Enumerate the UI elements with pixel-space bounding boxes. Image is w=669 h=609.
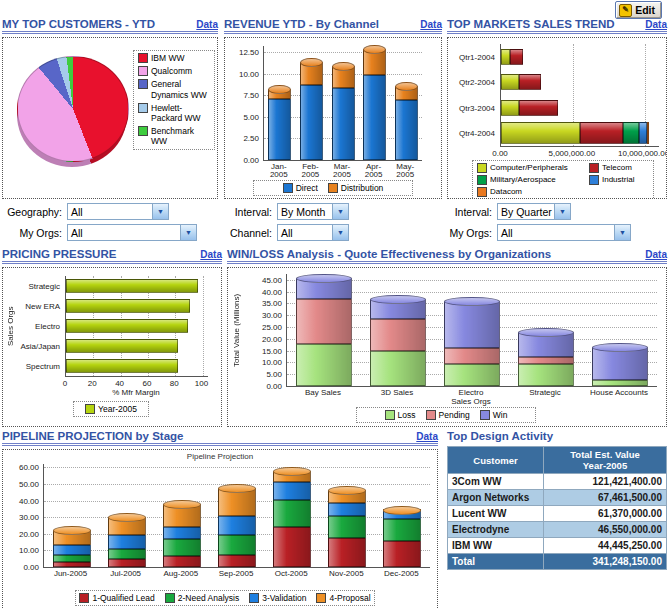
bar-segment xyxy=(296,299,352,344)
legend-item: 2-Need Analysis xyxy=(165,593,239,603)
my-orgs-select[interactable]: All▼ xyxy=(67,224,197,241)
bar xyxy=(383,464,421,567)
data-link-revenue[interactable]: Data xyxy=(420,19,442,30)
legend-label: 2-Need Analysis xyxy=(178,593,239,603)
panel-title: TOP MARKETS SALES TREND xyxy=(447,18,615,30)
bar-segment xyxy=(592,347,648,380)
top-customers-chart: IBM WWQualcommGeneral Dynamics WWHewlett… xyxy=(2,37,218,199)
bar xyxy=(328,464,366,567)
legend-item: Distribution xyxy=(328,183,384,193)
bar-segment xyxy=(66,339,178,353)
data-link-winloss[interactable]: Data xyxy=(645,249,667,260)
category-label: Strategic xyxy=(3,282,60,291)
bar-segment xyxy=(53,545,91,555)
legend-swatch-icon xyxy=(138,53,148,63)
bar-segment xyxy=(66,299,190,313)
bar-segment xyxy=(273,527,311,567)
panel-title: MY TOP CUSTOMERS - YTD xyxy=(2,18,155,30)
bar-segment xyxy=(501,122,580,144)
total-value-cell: 341,248,150.00 xyxy=(544,554,667,570)
bar-segment xyxy=(328,538,366,567)
legend-label: Direct xyxy=(296,183,318,193)
legend-swatch-icon xyxy=(477,163,487,173)
interval-select[interactable]: By Quarter▼ xyxy=(497,203,571,220)
chart-legend: Computer/PeripheralsTelecomMilitary/Aero… xyxy=(472,160,654,199)
my-orgs-select[interactable]: All▼ xyxy=(497,224,631,241)
winloss-chart: 0.005.0010.0015.0020.0025.0030.0035.0040… xyxy=(227,267,667,427)
data-link-pricing[interactable]: Data xyxy=(200,249,222,260)
bar-segment xyxy=(218,555,256,567)
legend-item: Industrial xyxy=(589,175,651,185)
legend-swatch-icon xyxy=(426,410,436,420)
legend-label: Benchmark WW xyxy=(151,126,210,146)
legend-item: Qualcomm xyxy=(138,66,192,76)
bar-segment xyxy=(163,556,201,567)
y-tick-label: 0.00 xyxy=(252,382,282,391)
customer-cell: Lucent WW xyxy=(448,506,544,522)
channel-label: Channel: xyxy=(224,227,272,239)
bar-segment xyxy=(328,503,366,516)
legend-label: General Dynamics WW xyxy=(151,79,210,99)
bar-top-cap xyxy=(383,506,421,515)
legend-item: Datacom xyxy=(477,187,581,197)
geography-label: Geography: xyxy=(2,206,62,218)
panel-pipeline: PIPELINE PROJECTION by Stage Data Pipeli… xyxy=(2,428,438,609)
data-link-top-customers[interactable]: Data xyxy=(196,19,218,30)
panel-pricing: PRICING PRESSURE Data 020406080100Sales … xyxy=(2,246,222,427)
legend-item: Loss xyxy=(385,410,416,420)
bar-segment xyxy=(66,359,178,373)
category-label: Asia/Japan xyxy=(3,342,60,351)
legend-swatch-icon xyxy=(79,593,89,603)
category-label: Dec-2005 xyxy=(378,570,424,578)
category-label: May-2005 xyxy=(389,163,421,179)
bar xyxy=(66,359,208,373)
legend-label: Qualcomm xyxy=(151,66,192,76)
bar-top-cap xyxy=(332,62,355,71)
legend-label: Telecom xyxy=(602,163,632,172)
panel-title: Top Design Activity xyxy=(447,430,553,442)
y-tick-label: 0.00 xyxy=(9,563,39,572)
bar-top-cap xyxy=(363,45,386,54)
y-tick-label: 7.50 xyxy=(229,91,259,100)
bar-segment xyxy=(592,380,648,386)
data-link-pipeline[interactable]: Data xyxy=(416,431,438,442)
category-label: Feb-2005 xyxy=(294,163,326,179)
plot-area xyxy=(65,276,208,377)
panel-title: REVENUE YTD - By Channel xyxy=(224,18,379,30)
table-header-cell: Total Est. Value Year-2005 xyxy=(544,447,667,474)
category-label: Oct-2005 xyxy=(268,570,314,578)
bar xyxy=(296,274,352,386)
table-body: 3Com WW121,421,400.00Argon Networks67,46… xyxy=(448,474,667,570)
legend-swatch-icon xyxy=(138,66,148,76)
category-label: Jan-2005 xyxy=(263,163,295,179)
legend-label: Loss xyxy=(398,410,416,420)
category-label: New ERA xyxy=(3,302,60,311)
y-tick-label: 0.00 xyxy=(229,156,259,165)
top-design-table: CustomerTotal Est. Value Year-2005 3Com … xyxy=(447,446,667,570)
bar xyxy=(501,100,659,116)
bar-segment xyxy=(300,85,323,160)
category-label: 3D Sales xyxy=(362,389,432,397)
category-label: Electro xyxy=(436,389,506,397)
category-label: Strategic xyxy=(510,389,580,397)
bar-segment xyxy=(501,74,519,90)
x-tick-label: 10,000,000.00 xyxy=(616,149,667,158)
y-tick-label: 40.00 xyxy=(9,497,39,506)
bar-segment xyxy=(66,319,188,333)
legend-swatch-icon xyxy=(328,183,338,193)
legend-item: IBM WW xyxy=(138,53,185,63)
legend-swatch-icon xyxy=(138,79,148,89)
geography-select[interactable]: All▼ xyxy=(67,203,169,220)
bar-segment xyxy=(296,344,352,386)
bar xyxy=(163,464,201,567)
category-label: House Accounts xyxy=(584,389,654,397)
chevron-down-icon: ▼ xyxy=(332,204,348,219)
data-link-markets[interactable]: Data xyxy=(645,19,667,30)
plot-area xyxy=(263,46,422,161)
bar-segment xyxy=(383,541,421,567)
interval-select[interactable]: By Month▼ xyxy=(277,203,349,220)
channel-select[interactable]: All▼ xyxy=(277,224,349,241)
y-tick-label: 5.00 xyxy=(252,370,282,379)
my-orgs-value: All xyxy=(501,227,513,239)
y-tick-label: 45.00 xyxy=(252,276,282,285)
